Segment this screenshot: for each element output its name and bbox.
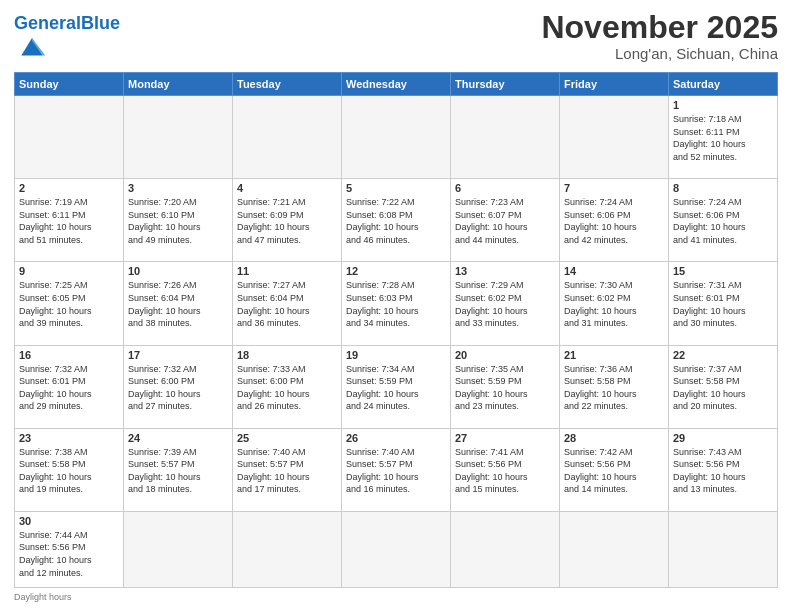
day-info: Sunrise: 7:28 AM Sunset: 6:03 PM Dayligh… <box>346 279 446 329</box>
day-number: 2 <box>19 182 119 194</box>
day-info: Sunrise: 7:18 AM Sunset: 6:11 PM Dayligh… <box>673 113 773 163</box>
calendar-cell <box>233 96 342 179</box>
day-info: Sunrise: 7:30 AM Sunset: 6:02 PM Dayligh… <box>564 279 664 329</box>
week-row-6: 30Sunrise: 7:44 AM Sunset: 5:56 PM Dayli… <box>15 511 778 587</box>
day-number: 19 <box>346 349 446 361</box>
weekday-header-saturday: Saturday <box>669 73 778 96</box>
day-info: Sunrise: 7:40 AM Sunset: 5:57 PM Dayligh… <box>346 446 446 496</box>
calendar-cell: 30Sunrise: 7:44 AM Sunset: 5:56 PM Dayli… <box>15 511 124 587</box>
weekday-header-friday: Friday <box>560 73 669 96</box>
calendar-cell <box>342 96 451 179</box>
calendar-cell: 11Sunrise: 7:27 AM Sunset: 6:04 PM Dayli… <box>233 262 342 345</box>
calendar-cell <box>451 96 560 179</box>
calendar-cell: 2Sunrise: 7:19 AM Sunset: 6:11 PM Daylig… <box>15 179 124 262</box>
calendar-cell: 15Sunrise: 7:31 AM Sunset: 6:01 PM Dayli… <box>669 262 778 345</box>
calendar-cell: 18Sunrise: 7:33 AM Sunset: 6:00 PM Dayli… <box>233 345 342 428</box>
day-info: Sunrise: 7:24 AM Sunset: 6:06 PM Dayligh… <box>673 196 773 246</box>
day-number: 23 <box>19 432 119 444</box>
day-info: Sunrise: 7:32 AM Sunset: 6:00 PM Dayligh… <box>128 363 228 413</box>
calendar-cell: 21Sunrise: 7:36 AM Sunset: 5:58 PM Dayli… <box>560 345 669 428</box>
day-number: 20 <box>455 349 555 361</box>
day-info: Sunrise: 7:26 AM Sunset: 6:04 PM Dayligh… <box>128 279 228 329</box>
logo: GeneralBlue <box>14 14 120 64</box>
weekday-header-monday: Monday <box>124 73 233 96</box>
logo-general: General <box>14 13 81 33</box>
day-number: 8 <box>673 182 773 194</box>
calendar-cell: 29Sunrise: 7:43 AM Sunset: 5:56 PM Dayli… <box>669 428 778 511</box>
day-info: Sunrise: 7:21 AM Sunset: 6:09 PM Dayligh… <box>237 196 337 246</box>
calendar-cell: 7Sunrise: 7:24 AM Sunset: 6:06 PM Daylig… <box>560 179 669 262</box>
day-info: Sunrise: 7:36 AM Sunset: 5:58 PM Dayligh… <box>564 363 664 413</box>
daylight-label: Daylight hours <box>14 592 72 602</box>
calendar-cell: 1Sunrise: 7:18 AM Sunset: 6:11 PM Daylig… <box>669 96 778 179</box>
day-number: 14 <box>564 265 664 277</box>
day-info: Sunrise: 7:20 AM Sunset: 6:10 PM Dayligh… <box>128 196 228 246</box>
calendar-cell: 28Sunrise: 7:42 AM Sunset: 5:56 PM Dayli… <box>560 428 669 511</box>
calendar-cell <box>124 511 233 587</box>
week-row-1: 1Sunrise: 7:18 AM Sunset: 6:11 PM Daylig… <box>15 96 778 179</box>
calendar-cell: 13Sunrise: 7:29 AM Sunset: 6:02 PM Dayli… <box>451 262 560 345</box>
weekday-header-wednesday: Wednesday <box>342 73 451 96</box>
day-number: 24 <box>128 432 228 444</box>
calendar-table: SundayMondayTuesdayWednesdayThursdayFrid… <box>14 72 778 588</box>
calendar-cell: 16Sunrise: 7:32 AM Sunset: 6:01 PM Dayli… <box>15 345 124 428</box>
day-info: Sunrise: 7:35 AM Sunset: 5:59 PM Dayligh… <box>455 363 555 413</box>
calendar-cell <box>451 511 560 587</box>
logo-text: GeneralBlue <box>14 14 120 32</box>
calendar-cell: 10Sunrise: 7:26 AM Sunset: 6:04 PM Dayli… <box>124 262 233 345</box>
day-number: 18 <box>237 349 337 361</box>
day-info: Sunrise: 7:23 AM Sunset: 6:07 PM Dayligh… <box>455 196 555 246</box>
calendar-cell <box>669 511 778 587</box>
calendar-cell: 26Sunrise: 7:40 AM Sunset: 5:57 PM Dayli… <box>342 428 451 511</box>
week-row-2: 2Sunrise: 7:19 AM Sunset: 6:11 PM Daylig… <box>15 179 778 262</box>
calendar-cell: 24Sunrise: 7:39 AM Sunset: 5:57 PM Dayli… <box>124 428 233 511</box>
day-info: Sunrise: 7:39 AM Sunset: 5:57 PM Dayligh… <box>128 446 228 496</box>
day-number: 6 <box>455 182 555 194</box>
weekday-header-sunday: Sunday <box>15 73 124 96</box>
day-info: Sunrise: 7:34 AM Sunset: 5:59 PM Dayligh… <box>346 363 446 413</box>
logo-icon <box>16 32 48 60</box>
calendar-cell: 8Sunrise: 7:24 AM Sunset: 6:06 PM Daylig… <box>669 179 778 262</box>
logo-blue: Blue <box>81 13 120 33</box>
calendar-cell: 5Sunrise: 7:22 AM Sunset: 6:08 PM Daylig… <box>342 179 451 262</box>
day-number: 11 <box>237 265 337 277</box>
day-info: Sunrise: 7:24 AM Sunset: 6:06 PM Dayligh… <box>564 196 664 246</box>
day-number: 1 <box>673 99 773 111</box>
day-info: Sunrise: 7:33 AM Sunset: 6:00 PM Dayligh… <box>237 363 337 413</box>
day-number: 16 <box>19 349 119 361</box>
day-info: Sunrise: 7:19 AM Sunset: 6:11 PM Dayligh… <box>19 196 119 246</box>
weekday-header-tuesday: Tuesday <box>233 73 342 96</box>
day-number: 30 <box>19 515 119 527</box>
footer-note: Daylight hours <box>14 592 778 602</box>
day-number: 22 <box>673 349 773 361</box>
day-number: 15 <box>673 265 773 277</box>
calendar-cell <box>342 511 451 587</box>
calendar-cell: 4Sunrise: 7:21 AM Sunset: 6:09 PM Daylig… <box>233 179 342 262</box>
location: Long'an, Sichuan, China <box>541 45 778 62</box>
calendar-cell: 12Sunrise: 7:28 AM Sunset: 6:03 PM Dayli… <box>342 262 451 345</box>
day-number: 10 <box>128 265 228 277</box>
day-number: 7 <box>564 182 664 194</box>
day-number: 25 <box>237 432 337 444</box>
calendar-cell: 6Sunrise: 7:23 AM Sunset: 6:07 PM Daylig… <box>451 179 560 262</box>
day-number: 3 <box>128 182 228 194</box>
day-info: Sunrise: 7:25 AM Sunset: 6:05 PM Dayligh… <box>19 279 119 329</box>
calendar-cell: 23Sunrise: 7:38 AM Sunset: 5:58 PM Dayli… <box>15 428 124 511</box>
calendar-cell <box>233 511 342 587</box>
calendar-cell: 25Sunrise: 7:40 AM Sunset: 5:57 PM Dayli… <box>233 428 342 511</box>
day-number: 21 <box>564 349 664 361</box>
calendar-cell: 3Sunrise: 7:20 AM Sunset: 6:10 PM Daylig… <box>124 179 233 262</box>
week-row-5: 23Sunrise: 7:38 AM Sunset: 5:58 PM Dayli… <box>15 428 778 511</box>
day-info: Sunrise: 7:41 AM Sunset: 5:56 PM Dayligh… <box>455 446 555 496</box>
day-info: Sunrise: 7:32 AM Sunset: 6:01 PM Dayligh… <box>19 363 119 413</box>
weekday-header-thursday: Thursday <box>451 73 560 96</box>
day-number: 28 <box>564 432 664 444</box>
day-number: 12 <box>346 265 446 277</box>
calendar-cell: 19Sunrise: 7:34 AM Sunset: 5:59 PM Dayli… <box>342 345 451 428</box>
day-info: Sunrise: 7:31 AM Sunset: 6:01 PM Dayligh… <box>673 279 773 329</box>
week-row-4: 16Sunrise: 7:32 AM Sunset: 6:01 PM Dayli… <box>15 345 778 428</box>
day-info: Sunrise: 7:38 AM Sunset: 5:58 PM Dayligh… <box>19 446 119 496</box>
header: GeneralBlue November 2025 Long'an, Sichu… <box>14 10 778 64</box>
calendar-cell <box>560 511 669 587</box>
day-number: 9 <box>19 265 119 277</box>
